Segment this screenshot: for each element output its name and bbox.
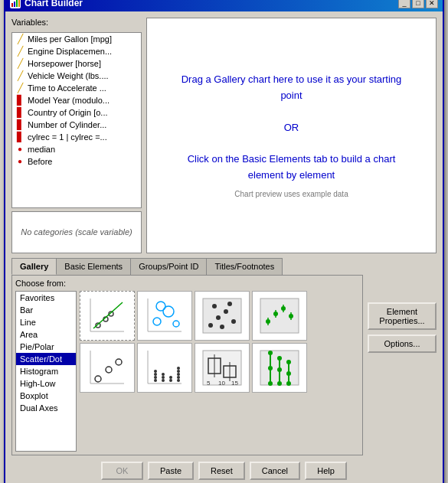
element-properties-button[interactable]: Element Properties... (368, 302, 437, 330)
tab-groups[interactable]: Groups/Point ID (130, 258, 207, 275)
svg-point-73 (286, 371, 291, 376)
maximize-button[interactable]: □ (412, 0, 424, 8)
list-item[interactable]: High-Low (16, 377, 76, 390)
chart-preview: Drag a Gallery chart here to use it as y… (146, 18, 437, 253)
list-item[interactable]: Pie/Polar (16, 341, 76, 353)
chart-row-2: 5 10 15 (80, 343, 359, 393)
chart-thumb-scatter7[interactable]: 5 10 15 (195, 343, 250, 393)
window-title: Chart Builder (25, 0, 83, 8)
svg-point-40 (154, 379, 157, 382)
ruler-icon: ╱ (15, 58, 25, 69)
ok-button[interactable]: OK (101, 462, 143, 480)
svg-point-66 (268, 381, 273, 386)
svg-point-42 (154, 373, 157, 376)
svg-point-18 (216, 315, 221, 320)
list-item[interactable]: Area (16, 328, 76, 341)
list-item[interactable]: ▋ cylrec = 1 | cylrec =... (12, 131, 141, 143)
minimize-button[interactable]: _ (398, 0, 410, 8)
gallery-list[interactable]: Favorites Bar Line Area Pie/Polar Scatte… (15, 291, 77, 452)
titlebar: Chart Builder _ □ ✕ (5, 0, 443, 11)
svg-rect-1 (14, 2, 15, 7)
tab-basic-elements[interactable]: Basic Elements (56, 258, 131, 275)
chart-thumb-scatter6[interactable] (137, 343, 192, 393)
left-panel: Variables: ╱ Miles per Gallon [mpg] ╱ En… (11, 18, 142, 253)
tab-titles[interactable]: Titles/Footnotes (206, 258, 283, 275)
list-item[interactable]: ▋ Model Year (modulo... (12, 94, 141, 106)
list-item[interactable]: Line (16, 316, 76, 328)
list-item[interactable]: ╱ Horsepower [horse] (12, 57, 141, 70)
variables-label: Variables: (11, 18, 142, 27)
svg-point-45 (162, 376, 165, 379)
chart-thumb-scatter8[interactable] (252, 343, 307, 393)
dot-icon: ● (15, 156, 25, 167)
right-panel: Element Properties... Options... (368, 275, 437, 455)
list-item[interactable]: Favorites (16, 292, 76, 304)
svg-point-51 (177, 373, 180, 376)
svg-point-74 (286, 381, 291, 386)
svg-point-69 (277, 367, 282, 372)
chart-thumb-scatter2[interactable] (137, 291, 192, 341)
list-item-scatter-dot[interactable]: Scatter/Dot (16, 353, 76, 365)
gallery-layout: Favorites Bar Line Area Pie/Polar Scatte… (15, 291, 359, 452)
bar-icon: ▋ (15, 119, 25, 130)
help-button[interactable]: Help (305, 462, 347, 480)
svg-rect-3 (18, 0, 20, 7)
svg-rect-2 (16, 0, 18, 7)
svg-point-23 (220, 325, 224, 329)
list-item[interactable]: ▋ Number of Cylinder... (12, 119, 141, 131)
ruler-icon: ╱ (15, 46, 25, 57)
svg-point-47 (169, 379, 172, 382)
list-item[interactable]: Boxplot (16, 390, 76, 402)
svg-point-65 (268, 366, 273, 370)
bar-icon: ▋ (15, 95, 25, 106)
ruler-icon: ╱ (15, 83, 25, 93)
list-item[interactable]: ● median (12, 143, 141, 155)
list-item[interactable]: Dual Axes (16, 402, 76, 414)
svg-point-43 (154, 370, 157, 373)
svg-point-12 (153, 318, 161, 325)
paste-button[interactable]: Paste (148, 462, 194, 480)
svg-point-21 (212, 304, 217, 308)
window-body: Variables: ╱ Miles per Gallon [mpg] ╱ En… (5, 11, 443, 484)
titlebar-left: Chart Builder (10, 0, 83, 8)
gallery-panel: Choose from: Favorites Bar Line Area Pie… (11, 275, 363, 455)
cancel-button[interactable]: Cancel (250, 462, 300, 480)
categories-text: No categories (scale variable) (21, 227, 132, 237)
list-item[interactable]: ╱ Time to Accelerate ... (12, 82, 141, 94)
list-item[interactable]: Bar (16, 304, 76, 316)
svg-point-50 (177, 376, 180, 379)
svg-point-22 (227, 302, 232, 306)
list-item[interactable]: ╱ Miles per Gallon [mpg] (12, 33, 141, 45)
bottom-area: Choose from: Favorites Bar Line Area Pie… (11, 275, 437, 455)
variables-list[interactable]: ╱ Miles per Gallon [mpg] ╱ Engine Displa… (11, 32, 142, 208)
chart-icon (10, 0, 21, 8)
svg-point-70 (277, 381, 282, 386)
close-button[interactable]: ✕ (426, 0, 438, 8)
svg-point-44 (162, 379, 165, 382)
choose-from-label: Choose from: (15, 279, 359, 288)
reset-button[interactable]: Reset (198, 462, 245, 480)
svg-point-68 (277, 356, 282, 361)
svg-point-19 (224, 309, 228, 314)
chart-builder-window: Chart Builder _ □ ✕ Variables: ╱ Miles p… (4, 0, 444, 483)
chart-thumb-scatter4[interactable] (252, 291, 307, 341)
tab-gallery[interactable]: Gallery (11, 258, 57, 275)
options-button[interactable]: Options... (368, 335, 437, 353)
svg-point-72 (286, 360, 291, 364)
svg-point-46 (162, 373, 165, 376)
chart-thumb-scatter5[interactable] (80, 343, 135, 393)
svg-point-49 (177, 379, 180, 382)
main-content: Variables: ╱ Miles per Gallon [mpg] ╱ En… (11, 18, 437, 253)
chart-thumb-scatter1[interactable] (80, 291, 135, 341)
svg-rect-0 (11, 3, 13, 7)
list-item[interactable]: ▋ Country of Origin [o... (12, 106, 141, 119)
preview-text: Drag a Gallery chart here to use it as y… (181, 72, 402, 184)
chart-thumb-scatter3[interactable] (195, 291, 250, 341)
list-item[interactable]: ● Before (12, 155, 141, 168)
chart-types: 5 10 15 (80, 291, 359, 452)
list-item[interactable]: ╱ Engine Displacemen... (12, 45, 141, 57)
list-item[interactable]: ╱ Vehicle Weight (lbs.... (12, 70, 141, 82)
svg-point-48 (169, 376, 172, 379)
list-item[interactable]: Histogram (16, 365, 76, 377)
titlebar-controls[interactable]: _ □ ✕ (398, 0, 438, 8)
